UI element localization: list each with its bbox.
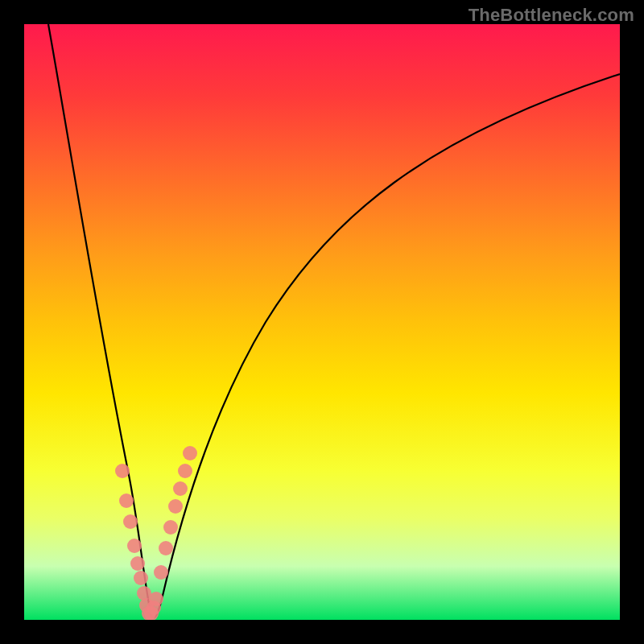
plot-area bbox=[24, 24, 620, 620]
marker-dot bbox=[127, 539, 142, 553]
watermark-text: TheBottleneck.com bbox=[469, 5, 634, 26]
highlighted-points-group bbox=[115, 446, 197, 620]
marker-dot bbox=[173, 481, 188, 496]
marker-dot bbox=[134, 571, 148, 585]
marker-dot bbox=[163, 520, 178, 535]
marker-dot bbox=[168, 499, 183, 514]
marker-dot bbox=[149, 592, 163, 606]
marker-dot bbox=[119, 493, 134, 508]
bottleneck-curve-path bbox=[48, 24, 620, 617]
marker-dot bbox=[115, 464, 130, 478]
marker-dot bbox=[183, 446, 197, 460]
marker-dot bbox=[123, 514, 138, 529]
chart-frame: TheBottleneck.com bbox=[0, 0, 644, 644]
marker-dot bbox=[178, 464, 192, 478]
chart-svg bbox=[24, 24, 620, 620]
marker-dot bbox=[154, 565, 168, 580]
marker-dot bbox=[159, 541, 173, 555]
marker-dot bbox=[130, 556, 145, 571]
